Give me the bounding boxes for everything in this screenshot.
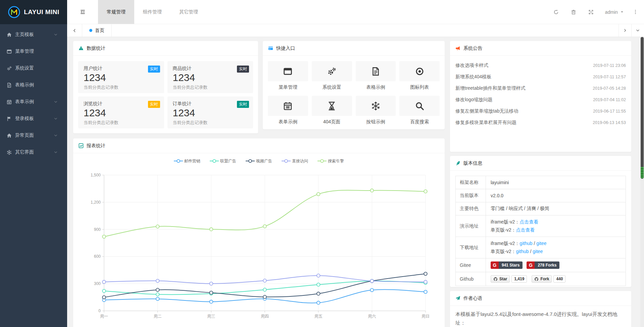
- version-card-title: 版本信息: [463, 160, 482, 166]
- quick-entry-5[interactable]: 404页面: [312, 96, 352, 125]
- sidebar-item-4[interactable]: 表单示例: [0, 93, 67, 110]
- module-tab-2[interactable]: 其它管理: [170, 0, 207, 24]
- header: 常规管理组件管理其它管理 admin: [67, 0, 644, 24]
- module-tabs: 常规管理组件管理其它管理: [98, 0, 207, 24]
- version-link[interactable]: 点击查看: [519, 219, 538, 224]
- quick-entry-label: 404页面: [312, 119, 352, 125]
- sidebar-item-3[interactable]: 表格示例: [0, 77, 67, 93]
- version-link[interactable]: 点击查看: [516, 227, 535, 233]
- sidebar-item-label: 表格示例: [15, 82, 34, 88]
- module-tab-1[interactable]: 组件管理: [134, 0, 170, 24]
- menu-toggle-button[interactable]: [67, 0, 98, 24]
- notice-text: 修改logo缩放问题: [455, 97, 492, 103]
- tab-home-label: 首页: [95, 28, 104, 34]
- github-count[interactable]: 1,419: [511, 275, 527, 283]
- stats-card: 数据统计 用户统计1234当前分类总记录数实时商品统计1234当前分类总记录数实…: [73, 41, 258, 133]
- gitee-badge[interactable]: G278 Forks: [527, 261, 559, 269]
- quick-entry-2[interactable]: 表格示例: [356, 61, 396, 90]
- quick-entry-4[interactable]: 表单示例: [268, 96, 308, 125]
- notice-row: 修改logo缩放问题2019-07-04 11:02: [455, 94, 626, 106]
- quick-entry-0[interactable]: 菜单管理: [268, 61, 308, 90]
- legend-item[interactable]: 邮件营销: [174, 158, 200, 164]
- tab-home[interactable]: 首页: [82, 24, 112, 37]
- octocat-icon: [493, 277, 498, 281]
- chevron-left-icon: [72, 28, 77, 33]
- chevron-right-icon: [623, 28, 627, 33]
- stat-box: 浏览统计1234当前分类总记录数实时: [78, 96, 164, 128]
- quick-entry-1[interactable]: 系统设置: [312, 61, 352, 90]
- chart-line-icon: [79, 143, 84, 148]
- legend-marker-icon: [282, 159, 291, 163]
- legend-label: 直接访问: [292, 158, 308, 164]
- version-row-value: iframe版-v2：github / gitee单页版-v2：github /…: [486, 237, 626, 258]
- notice-row: 新增系统404模板2019-07-11 12:57: [455, 71, 626, 83]
- sidebar-item-2[interactable]: 系统设置: [0, 60, 67, 77]
- username: admin: [605, 9, 618, 15]
- svg-text:1,200: 1,200: [91, 200, 101, 205]
- quick-entry-header: 快捷入口: [263, 41, 445, 56]
- quick-entry-3[interactable]: 图标列表: [399, 61, 440, 90]
- chevron-down-icon: [54, 33, 58, 37]
- octocat-icon: [534, 277, 539, 281]
- line-chart: 03006009001,2001,500周一周二周三周四周五周六周日: [78, 164, 440, 324]
- gitee-badge[interactable]: G941 Stars: [491, 261, 523, 269]
- version-row-value: v2.0.0: [486, 189, 626, 202]
- refresh-button[interactable]: [547, 0, 565, 24]
- tabs-scroll-right-button[interactable]: [618, 24, 631, 37]
- trash-button[interactable]: [565, 0, 582, 24]
- svg-text:周四: 周四: [261, 314, 269, 319]
- version-row-label: Github: [456, 272, 486, 286]
- quick-entry-label: 图标列表: [399, 84, 440, 90]
- tabs-scroll-left-button[interactable]: [67, 24, 82, 37]
- more-menu-button[interactable]: [629, 0, 641, 24]
- sidebar-item-0[interactable]: 主页模板: [0, 26, 67, 43]
- legend-item[interactable]: 直接访问: [282, 158, 308, 164]
- version-link[interactable]: gitee: [533, 249, 543, 254]
- quick-entry-label: 系统设置: [312, 84, 352, 90]
- scrollbar-thumb[interactable]: [641, 37, 644, 179]
- sidebar-item-6[interactable]: 异常页面: [0, 127, 67, 144]
- quick-entry-6[interactable]: 按钮示例: [356, 96, 396, 125]
- calendar-icon: [283, 101, 292, 111]
- version-text: /: [533, 241, 537, 246]
- stat-box: 商品统计1234当前分类总记录数实时: [167, 61, 253, 93]
- quick-entry-label: 菜单管理: [268, 84, 308, 90]
- fullscreen-button[interactable]: [582, 0, 600, 24]
- user-menu[interactable]: admin: [600, 0, 629, 24]
- legend-item[interactable]: 视频广告: [246, 158, 272, 164]
- notice-text: 新增系统404模板: [455, 74, 491, 80]
- quick-entry-7[interactable]: 百度搜索: [399, 96, 440, 125]
- legend-item[interactable]: 联盟广告: [210, 158, 236, 164]
- sidebar-item-5[interactable]: 登录模板: [0, 110, 67, 127]
- tabs-dropdown-button[interactable]: [631, 24, 644, 37]
- version-text: iframe版-v2：: [491, 241, 519, 246]
- author-card-header: 作者心语: [450, 291, 631, 306]
- version-row-label: 框架名称: [456, 176, 486, 189]
- legend-marker-icon: [210, 159, 219, 163]
- sidebar-item-7[interactable]: 其它界面: [0, 144, 67, 161]
- notice-row: 修改选项卡样式2019-07-11 23:06: [455, 60, 626, 71]
- stat-value: 1234: [84, 107, 159, 119]
- report-card-title: 报表统计: [87, 143, 105, 149]
- github-count[interactable]: 440: [553, 275, 565, 283]
- main-content: 数据统计 用户统计1234当前分类总记录数实时商品统计1234当前分类总记录数实…: [67, 37, 644, 327]
- version-link[interactable]: github: [519, 241, 532, 246]
- github-star-button[interactable]: Star: [491, 275, 510, 283]
- svg-text:周五: 周五: [314, 314, 323, 319]
- report-card-header: 报表统计: [73, 138, 445, 153]
- quick-entry-label: 百度搜索: [399, 119, 440, 125]
- module-tab-0[interactable]: 常规管理: [98, 0, 134, 24]
- version-link[interactable]: gitee: [536, 241, 546, 246]
- legend-item[interactable]: 搜索引擎: [317, 158, 344, 164]
- version-link[interactable]: github: [516, 249, 529, 254]
- fullscreen-icon: [588, 9, 594, 15]
- table-row: GithubStar1,419Fork440: [456, 272, 626, 286]
- home-icon: [7, 133, 12, 138]
- version-text: /: [529, 249, 533, 254]
- svg-text:1,500: 1,500: [91, 173, 101, 177]
- stats-card-header: 数据统计: [73, 41, 258, 56]
- table-row: 下载地址iframe版-v2：github / gitee单页版-v2：gith…: [456, 237, 626, 258]
- sidebar-item-1[interactable]: 菜单管理: [0, 43, 67, 60]
- status-badge: 实时: [237, 101, 249, 108]
- github-fork-button[interactable]: Fork: [532, 275, 552, 283]
